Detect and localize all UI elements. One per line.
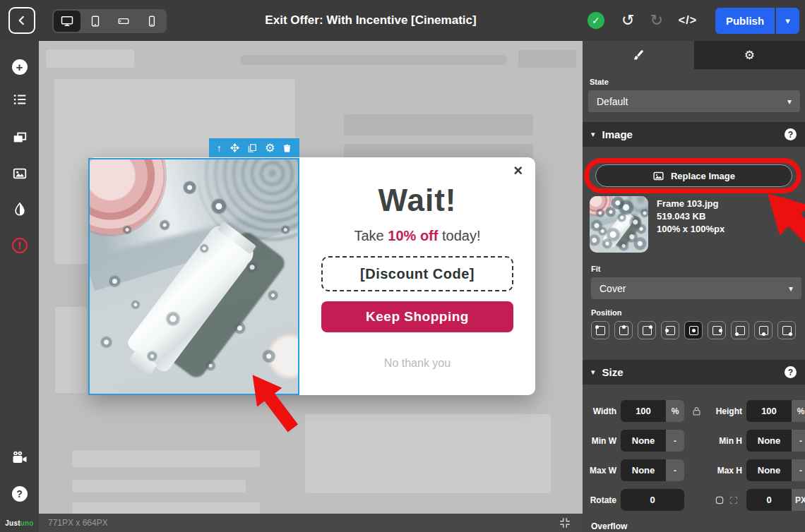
- position-center[interactable]: [684, 321, 703, 339]
- max-height-input[interactable]: [746, 459, 792, 481]
- sidebar-item-design[interactable]: [0, 198, 39, 219]
- position-top-right[interactable]: [638, 321, 656, 339]
- min-width-unit[interactable]: -: [666, 430, 684, 452]
- sidebar-item-video-tutorials[interactable]: [0, 447, 39, 468]
- size-section-header[interactable]: ▾ Size ?: [583, 360, 805, 385]
- sidebar-item-sections[interactable]: [0, 89, 39, 110]
- corner-radius-individual-icon[interactable]: [729, 495, 739, 505]
- move-button[interactable]: [229, 143, 240, 153]
- min-width-input[interactable]: [621, 430, 666, 452]
- publish-button[interactable]: Publish: [715, 8, 775, 34]
- chevron-down-icon: ▾: [591, 130, 595, 139]
- position-bottom-center[interactable]: [754, 321, 773, 339]
- plus-circle-icon: +: [12, 59, 28, 75]
- sidebar-item-images[interactable]: [0, 163, 39, 184]
- chevron-down-icon: ▾: [591, 368, 595, 377]
- publish-split-button: Publish ▾: [715, 8, 799, 34]
- image-section-header[interactable]: ▾ Image ?: [583, 122, 805, 147]
- position-bottom-left[interactable]: [731, 321, 749, 339]
- brand-logo: Justuno: [0, 514, 39, 532]
- sidebar-item-errors[interactable]: !: [0, 235, 39, 256]
- width-unit[interactable]: %: [666, 400, 684, 422]
- radius-unit[interactable]: PX: [792, 489, 805, 511]
- image-thumbnail[interactable]: [590, 196, 648, 253]
- no-thank-you-link[interactable]: No thank you: [299, 357, 535, 370]
- max-height-unit[interactable]: -: [792, 459, 805, 481]
- design-canvas[interactable]: × Wait! Take 10% off today! [Discount Co…: [39, 41, 583, 514]
- collapse-corners-icon: [559, 516, 571, 529]
- min-height-label: Min H: [708, 436, 745, 446]
- chevron-down-icon: ▾: [785, 16, 790, 26]
- keep-shopping-button[interactable]: Keep Shopping: [321, 301, 513, 332]
- wireframe-block: [72, 480, 246, 492]
- tab-settings[interactable]: ⚙: [694, 41, 805, 69]
- popup-close-button[interactable]: ×: [513, 163, 523, 179]
- height-unit[interactable]: %: [792, 400, 805, 422]
- section-help-button[interactable]: ?: [785, 366, 797, 378]
- section-help-button[interactable]: ?: [785, 128, 797, 140]
- error-warning-icon: !: [12, 238, 28, 253]
- state-dropdown[interactable]: Default ▾: [588, 90, 800, 112]
- file-dims: 100% x 100%px: [657, 223, 724, 236]
- popup-subtitle[interactable]: Take 10% off today!: [299, 228, 535, 244]
- position-bottom-right[interactable]: [777, 321, 796, 339]
- position-label: Position: [591, 308, 621, 317]
- popup-headline[interactable]: Wait!: [299, 183, 535, 218]
- status-bar: Justuno 771PX x 664PX: [0, 514, 583, 532]
- sidebar-item-help[interactable]: ?: [0, 483, 39, 504]
- panel-tabs: ⚙: [583, 41, 805, 69]
- canvas-dimensions-label: 771PX x 664PX: [48, 518, 559, 528]
- gear-icon: ⚙: [744, 48, 755, 63]
- position-middle-right[interactable]: [708, 321, 726, 339]
- desktop-icon: [60, 14, 74, 28]
- popup-subtitle-highlight: 10% off: [388, 228, 438, 243]
- discount-code-box[interactable]: [Discount Code]: [321, 256, 513, 291]
- element-toolbar: ↑ ⚙: [209, 138, 299, 157]
- copy-icon: [247, 143, 257, 153]
- publish-dropdown-button[interactable]: ▾: [776, 8, 799, 34]
- min-height-input[interactable]: [746, 430, 792, 452]
- position-top-left[interactable]: [591, 321, 609, 339]
- device-mobile-button[interactable]: [138, 11, 165, 32]
- layers-icon: [12, 130, 28, 145]
- lock-aspect-icon[interactable]: [691, 406, 702, 416]
- delete-button[interactable]: [282, 143, 292, 153]
- radius-input[interactable]: [746, 489, 792, 511]
- annotation-arrow-panel: [761, 188, 805, 297]
- undo-button[interactable]: ↺: [621, 13, 634, 28]
- element-settings-button[interactable]: ⚙: [265, 143, 275, 154]
- sidebar-item-add[interactable]: +: [0, 56, 39, 78]
- max-width-unit[interactable]: -: [666, 459, 684, 481]
- rotate-input[interactable]: [621, 489, 684, 511]
- wireframe-block: [46, 49, 134, 68]
- max-width-input[interactable]: [621, 459, 666, 481]
- height-input[interactable]: [746, 400, 792, 422]
- sidebar-item-layers[interactable]: [0, 127, 39, 148]
- embed-code-button[interactable]: </>: [679, 14, 697, 27]
- device-tablet-button[interactable]: [82, 11, 109, 32]
- image-file-info: Frame 103.jpg 519.043 KB 100% x 100%px: [657, 198, 724, 236]
- device-landscape-button[interactable]: [110, 11, 137, 32]
- device-desktop-button[interactable]: [54, 11, 80, 32]
- collapse-view-button[interactable]: [559, 516, 571, 529]
- back-button[interactable]: [8, 7, 35, 34]
- image-icon: [652, 170, 664, 182]
- check-icon: ✓: [592, 15, 600, 26]
- device-preview-switcher: [52, 9, 167, 33]
- min-height-unit[interactable]: -: [792, 430, 805, 452]
- move-up-button[interactable]: ↑: [217, 143, 222, 153]
- top-bar: Exit Offer: With Incentive [Cinematic] ✓…: [0, 0, 805, 41]
- selected-image-element[interactable]: [88, 158, 299, 395]
- duplicate-button[interactable]: [247, 143, 257, 153]
- position-middle-left[interactable]: [661, 321, 679, 339]
- image-icon: [12, 166, 28, 181]
- replace-image-button[interactable]: Replace Image: [595, 164, 792, 187]
- rotate-label: Rotate: [587, 495, 619, 505]
- help-icon: ?: [12, 486, 28, 502]
- width-input[interactable]: [621, 400, 666, 422]
- tab-style[interactable]: [583, 41, 694, 69]
- position-top-center[interactable]: [614, 321, 633, 339]
- corner-radius-icon[interactable]: [715, 495, 724, 505]
- file-size: 519.043 KB: [657, 210, 724, 223]
- redo-button[interactable]: ↻: [650, 13, 662, 28]
